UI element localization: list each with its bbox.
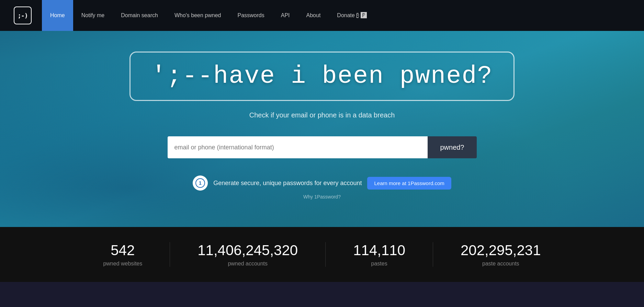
stat-label-pwned-accounts: pwned accounts <box>228 261 268 267</box>
stat-label-pastes: pastes <box>371 261 387 267</box>
hero-section: ';--have i been pwned? Check if your ema… <box>0 31 644 227</box>
stat-number-pwned-accounts: 11,406,245,320 <box>197 242 298 259</box>
stat-number-pwned-websites: 542 <box>111 242 135 259</box>
nav-item-whos-pwned[interactable]: Who's been pwned <box>166 0 229 31</box>
stat-number-pastes: 114,110 <box>353 242 405 259</box>
logo[interactable]: ;-) <box>14 7 32 24</box>
search-input[interactable] <box>168 136 428 158</box>
nav-link-home[interactable]: Home <box>42 0 73 31</box>
stat-number-paste-accounts: 202,295,231 <box>461 242 541 259</box>
nav-link-api[interactable]: API <box>273 0 298 31</box>
why-1password-link[interactable]: Why 1Password? <box>303 194 341 200</box>
logo-text: ;-) <box>18 12 28 19</box>
hero-subtitle: Check if your email or phone is in a dat… <box>249 111 395 119</box>
password-promo-banner: 1 Generate secure, unique passwords for … <box>193 175 451 200</box>
nav-link-about[interactable]: About <box>298 0 329 31</box>
stat-label-pwned-websites: pwned websites <box>103 261 142 267</box>
nav-item-home[interactable]: Home <box>42 0 73 31</box>
hero-title-box: ';--have i been pwned? <box>129 52 515 101</box>
nav-item-passwords[interactable]: Passwords <box>229 0 272 31</box>
nav-link-domain[interactable]: Domain search <box>113 0 166 31</box>
nav-item-domain[interactable]: Domain search <box>113 0 166 31</box>
nav-link-donate[interactable]: Donate ₿ 🅿 <box>329 0 375 31</box>
nav-link-passwords[interactable]: Passwords <box>229 0 272 31</box>
onepassword-icon: 1 <box>193 175 208 191</box>
search-container: pwned? <box>168 136 477 158</box>
search-button[interactable]: pwned? <box>428 136 476 158</box>
onepassword-logo-svg: 1 <box>195 178 205 188</box>
logo-box: ;-) <box>14 7 32 24</box>
hero-content: ';--have i been pwned? Check if your ema… <box>168 52 477 200</box>
nav-item-api[interactable]: API <box>273 0 298 31</box>
hero-title: ';--have i been pwned? <box>151 62 493 90</box>
stat-pwned-accounts: 11,406,245,320 pwned accounts <box>170 242 326 267</box>
password-promo-text: Generate secure, unique passwords for ev… <box>213 180 362 187</box>
password-promo-row: 1 Generate secure, unique passwords for … <box>193 175 451 191</box>
stat-label-paste-accounts: paste accounts <box>482 261 519 267</box>
donate-label: Donate <box>337 0 355 31</box>
stats-section: 542 pwned websites 11,406,245,320 pwned … <box>0 227 644 282</box>
nav-menu: Home Notify me Domain search Who's been … <box>42 0 375 31</box>
nav-item-donate[interactable]: Donate ₿ 🅿 <box>329 0 375 31</box>
svg-text:1: 1 <box>199 180 202 186</box>
navbar: ;-) Home Notify me Domain search Who's b… <box>0 0 644 31</box>
stat-paste-accounts: 202,295,231 paste accounts <box>433 242 568 267</box>
nav-item-notify[interactable]: Notify me <box>73 0 113 31</box>
paypal-icon: 🅿 <box>361 0 367 31</box>
learn-more-button[interactable]: Learn more at 1Password.com <box>367 177 451 190</box>
stat-pastes: 114,110 pastes <box>326 242 433 267</box>
stat-pwned-websites: 542 pwned websites <box>76 242 170 267</box>
bitcoin-icon: ₿ <box>356 0 359 31</box>
nav-item-about[interactable]: About <box>298 0 329 31</box>
nav-link-notify[interactable]: Notify me <box>73 0 113 31</box>
nav-link-whos-pwned[interactable]: Who's been pwned <box>166 0 229 31</box>
